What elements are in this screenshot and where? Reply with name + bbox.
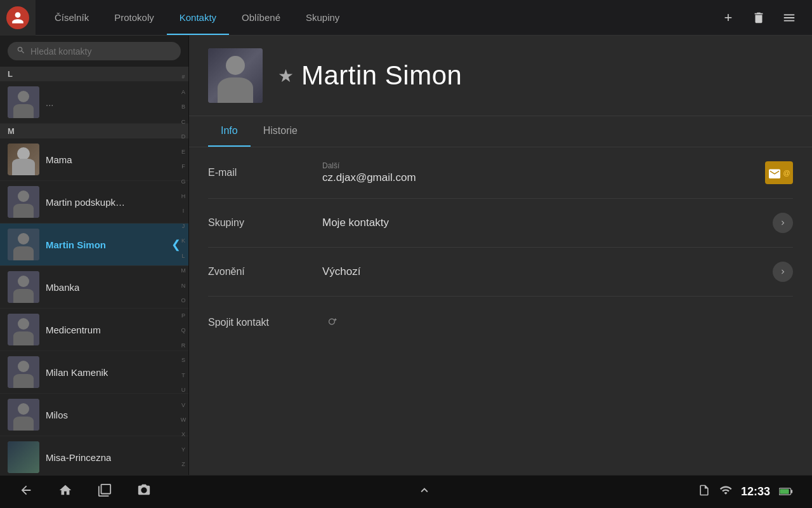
info-value-email[interactable]: cz.djax@gmail.com (322, 171, 752, 184)
alpha-x[interactable]: X (181, 432, 185, 438)
alpha-a[interactable]: A (181, 90, 185, 95)
search-input[interactable] (30, 46, 172, 57)
alpha-b[interactable]: B (181, 104, 185, 110)
info-value-wrap-spojit (322, 311, 793, 334)
main-area: L ... M Mama Martin pods (0, 36, 812, 475)
list-item-martin-simon[interactable]: Martin Simon ❮ (0, 224, 188, 266)
alpha-p[interactable]: P (181, 313, 185, 319)
list-item[interactable]: Milan Kamenik (0, 351, 188, 394)
svg-rect-2 (780, 489, 789, 494)
contact-name: Milos (46, 410, 68, 420)
nav-kontakty[interactable]: Kontakty (167, 0, 229, 35)
send-email-button[interactable]: @ (765, 161, 793, 184)
logo-icon (6, 6, 29, 29)
contact-name: Medicentrum (46, 324, 101, 335)
info-value-wrap-email: Další cz.djax@gmail.com (322, 161, 752, 184)
alpha-q[interactable]: Q (181, 328, 185, 333)
info-label-skupiny: Skupiny (208, 217, 310, 229)
email-action: @ (765, 161, 793, 184)
nav-skupiny[interactable]: Skupiny (293, 0, 352, 35)
alpha-m[interactable]: M (181, 268, 186, 274)
info-row-zvoneni: Zvonění Výchozí (208, 248, 793, 297)
info-label-email: E-mail (208, 167, 310, 178)
list-item[interactable]: Misa-Princezna (0, 436, 188, 475)
nav-ciselnik[interactable]: Číselník (42, 0, 102, 35)
avatar (8, 399, 39, 431)
alpha-i[interactable]: I (183, 208, 185, 214)
battery-icon (779, 485, 793, 499)
detail-tabs: Info Historie (189, 116, 812, 147)
list-item[interactable]: Milos (0, 394, 188, 436)
nav-protokoly[interactable]: Protokoly (102, 0, 167, 35)
alpha-v[interactable]: V (181, 403, 185, 408)
avatar (8, 441, 39, 473)
alpha-z[interactable]: Z (181, 462, 185, 467)
contact-name-active: Martin Simon (46, 239, 106, 250)
alpha-t[interactable]: T (181, 373, 185, 378)
section-header-l: L (0, 67, 188, 81)
tab-historie[interactable]: Historie (251, 116, 310, 147)
info-value-spojit[interactable] (322, 311, 793, 334)
topbar-actions: + (716, 5, 812, 30)
skupiny-action (773, 213, 793, 233)
back-button[interactable] (19, 483, 33, 501)
alpha-g[interactable]: G (181, 179, 185, 185)
avatar (8, 144, 39, 175)
search-wrap (8, 42, 181, 60)
alpha-y[interactable]: Y (181, 447, 185, 453)
info-row-skupiny: Skupiny Moje kontakty (208, 199, 793, 248)
avatar (8, 229, 39, 260)
alpha-o[interactable]: O (181, 298, 185, 304)
contact-photo (208, 48, 263, 103)
list-item[interactable]: Mbanka (0, 266, 188, 309)
alpha-w[interactable]: W (181, 417, 187, 423)
topbar: Číselník Protokoly Kontakty Oblíbené Sku… (0, 0, 812, 36)
contact-name: ... (46, 97, 54, 108)
skupiny-chevron-button[interactable] (773, 213, 793, 233)
alpha-f[interactable]: F (181, 164, 185, 170)
list-item[interactable]: Medicentrum (0, 309, 188, 351)
alpha-l[interactable]: L (181, 253, 185, 259)
contact-name: Milan Kamenik (46, 367, 108, 378)
nav-oblibene[interactable]: Oblíbené (229, 0, 293, 35)
home-button[interactable] (58, 483, 72, 501)
recents-button[interactable] (98, 483, 112, 501)
contact-name: Misa-Princezna (46, 452, 111, 463)
svg-rect-1 (791, 490, 793, 493)
list-item[interactable]: Martin podskupk… (0, 181, 188, 224)
zvoneni-chevron-button[interactable] (773, 262, 793, 282)
contact-full-name: Martin Simon (301, 60, 462, 91)
alpha-s[interactable]: S (181, 358, 185, 363)
alpha-u[interactable]: U (181, 387, 186, 393)
avatar (8, 86, 39, 118)
alpha-n[interactable]: N (181, 283, 186, 289)
list-item[interactable]: Mama (0, 138, 188, 181)
alpha-d[interactable]: D (181, 134, 186, 140)
bottom-nav (19, 483, 151, 501)
alpha-e[interactable]: E (181, 149, 185, 155)
screenshot-button[interactable] (137, 483, 151, 501)
info-value-skupiny: Moje kontakty (322, 217, 760, 229)
list-item[interactable]: ... (0, 81, 188, 124)
alpha-h[interactable]: H (181, 194, 186, 199)
bottombar: 12:33 (0, 475, 812, 508)
favorite-star[interactable]: ★ (278, 65, 294, 86)
delete-button[interactable] (746, 5, 771, 30)
avatar (8, 186, 39, 218)
sidebar: L ... M Mama Martin pods (0, 36, 189, 475)
main-nav: Číselník Protokoly Kontakty Oblíbené Sku… (36, 0, 716, 35)
alpha-hash[interactable]: # (181, 74, 185, 80)
alpha-j[interactable]: J (182, 224, 185, 229)
up-chevron-icon (417, 483, 431, 501)
info-row-email: E-mail Další cz.djax@gmail.com @ (208, 147, 793, 199)
info-value-zvoneni: Výchozí (322, 265, 760, 278)
alpha-k[interactable]: K (181, 238, 185, 244)
bottom-right: 12:33 (698, 484, 793, 500)
menu-button[interactable] (776, 5, 802, 30)
add-contact-button[interactable]: + (716, 5, 741, 30)
alpha-r[interactable]: R (181, 343, 186, 349)
tab-info[interactable]: Info (208, 116, 251, 147)
alpha-c[interactable]: C (181, 119, 186, 125)
wifi-icon (719, 484, 732, 500)
info-label-zvoneni: Zvonění (208, 266, 310, 277)
